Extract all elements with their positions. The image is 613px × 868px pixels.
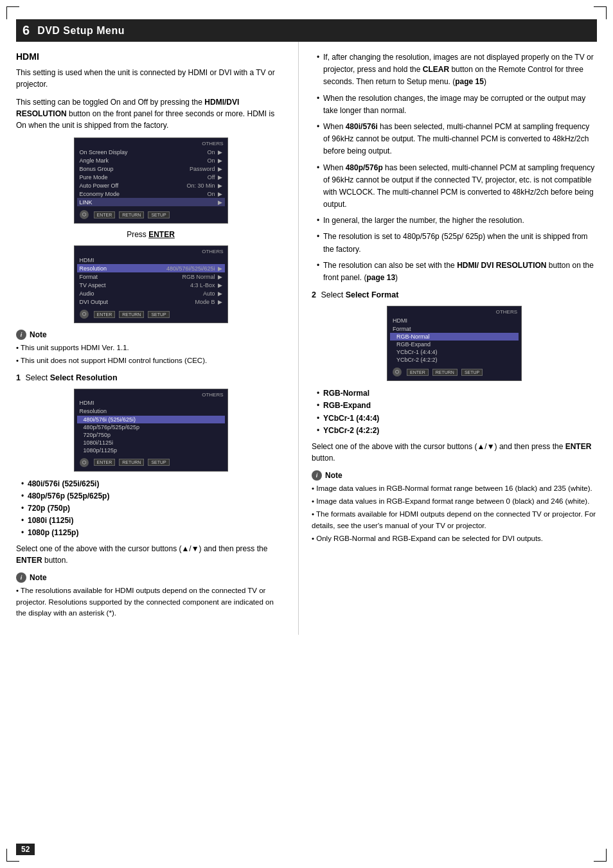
btn-setup-1: SETUP (148, 211, 169, 218)
menu-subrow-1080i: 1080i/1125i (77, 439, 225, 447)
btn-return-4: RETURN (432, 369, 458, 376)
btn-enter-4: ENTER (407, 369, 429, 376)
resolution-item-4: 1080i (1125i) (22, 515, 285, 527)
menu-subrow-ycbcr1: YCbCr-1 (4:4:4) (390, 348, 519, 356)
note-body-3: Image data values in RGB-Normal format r… (312, 483, 597, 544)
menu-row-osd: On Screen Display On ▶ (77, 148, 225, 156)
menu-bottom-1: ⬡ ENTER RETURN SETUP (77, 209, 225, 220)
menu-subrow-480i: 480i/576i (525i/625i) (77, 416, 225, 423)
menu-row-hdmi-group2: HDMI (77, 399, 225, 407)
btn-return-1: RETURN (119, 211, 144, 218)
right-item-6: The resolution is set to 480p/576p (525p… (318, 231, 597, 255)
step-1-label: 1 Select Select Resolution (16, 373, 285, 382)
menu-screenshot-4: OTHERS HDMI Format RGB-Normal RGB-Expand… (387, 306, 522, 381)
menu-row-link: LINK ▶ (77, 198, 225, 206)
menu-row-autopower: Auto Power Off On: 30 Min ▶ (77, 181, 225, 190)
nav-icon-1: ⬡ (80, 210, 89, 219)
corner-br (594, 849, 607, 862)
nav-icon-3: ⬡ (80, 458, 89, 467)
note-title-3: i Note (312, 470, 597, 481)
left-column: HDMI This setting is used when the unit … (16, 42, 299, 635)
others-label-1: OTHERS (202, 141, 223, 146)
menu-row-format: Format RGB Normal ▶ (77, 272, 225, 281)
right-item-2: When the resolution changes, the image m… (318, 93, 597, 117)
format-item-3: YCbCr-1 (4:4:4) (318, 412, 597, 425)
btn-setup-3: SETUP (148, 459, 169, 466)
resolution-item-2: 480p/576p (525p/625p) (22, 490, 285, 502)
menu-subrow-480p: 480p/576p/525p/625p (77, 423, 225, 431)
right-item-3: When 480i/576i has been selected, multi-… (318, 121, 597, 158)
section-intro1: This setting is used when the unit is co… (16, 67, 285, 90)
page-number: 52 (16, 844, 35, 855)
btn-setup-4: SETUP (461, 369, 483, 376)
menu-screenshot-1: OTHERS On Screen Display On ▶ Angle Mark… (74, 137, 228, 224)
btn-setup-2: SETUP (148, 311, 169, 318)
menu-row-resolution: Resolution 480i/576i/525i/625i ▶ (77, 264, 225, 272)
corner-tr (594, 6, 607, 19)
menu-header-4: OTHERS (390, 309, 519, 315)
menu-header-1: OTHERS (77, 141, 225, 146)
menu-subrow-rgb-expand: RGB-Expand (390, 341, 519, 348)
step-2-label: 2 Select Select Format (312, 290, 597, 299)
nav-icon-2: ⬡ (80, 310, 89, 319)
menu-bottom-2: ⬡ ENTER RETURN SETUP (77, 308, 225, 320)
note-body-1: This unit supports HDMI Ver. 1.1. This u… (16, 342, 285, 367)
resolution-item-5: 1080p (1125p) (22, 527, 285, 539)
right-bullet-list-top: If, after changing the resolution, image… (318, 51, 597, 284)
menu-header-2: OTHERS (77, 249, 225, 254)
chapter-title: DVD Setup Menu (37, 25, 125, 37)
format-item-4: YCbCr-2 (4:2:2) (318, 425, 597, 437)
press-enter-instruction: Press ENTER (16, 230, 285, 239)
menu-row-hdmi-format: HDMI (390, 316, 519, 324)
format-bullet-list: RGB-Normal RGB-Expand YCbCr-1 (4:4:4) YC… (318, 387, 597, 437)
menu-row-angle: Angle Mark On ▶ (77, 156, 225, 164)
note-icon-1: i (16, 330, 26, 340)
chapter-header: 6 DVD Setup Menu (16, 19, 597, 42)
menu-subrow-720p: 720p/750p (77, 431, 225, 439)
resolution-bullet-list: 480i/576i (525i/625i) 480p/576p (525p/62… (22, 478, 285, 540)
menu-row-format-label: Format (390, 324, 519, 333)
format-item-2: RGB-Expand (318, 400, 597, 412)
others-label-3: OTHERS (202, 392, 223, 398)
resolution-item-3: 720p (750p) (22, 502, 285, 515)
note-icon-2: i (16, 572, 26, 583)
right-item-5: In general, the larger the number, the h… (318, 215, 597, 227)
menu-row-dvioutput: DVI Output Mode B ▶ (77, 297, 225, 306)
menu-row-pure: Pure Mode Off ▶ (77, 173, 225, 181)
resolution-item-1: 480i/576i (525i/625i) (22, 478, 285, 490)
select-text-2: Select one of the above with the cursor … (312, 441, 597, 464)
menu-row-resolution-label: Resolution (77, 407, 225, 416)
content-area: HDMI This setting is used when the unit … (16, 42, 597, 635)
note-icon-3: i (312, 470, 322, 481)
btn-enter-2: ENTER (94, 311, 116, 318)
note-title-2: i Note (16, 572, 285, 583)
chapter-number: 6 (22, 23, 30, 38)
section-intro2: This setting can be toggled On and Off b… (16, 96, 285, 131)
others-label-2: OTHERS (202, 249, 223, 254)
menu-subrow-1080p: 1080p/1125p (77, 447, 225, 454)
right-item-7: The resolution can also be set with the … (318, 260, 597, 284)
others-label-4: OTHERS (496, 309, 517, 315)
menu-row-bonus: Bonus Group Password ▶ (77, 164, 225, 173)
menu-row-hdmi-group: HDMI (77, 256, 225, 264)
menu-row-tvaspect: TV Aspect 4:3 L-Box ▶ (77, 281, 225, 289)
menu-header-3: OTHERS (77, 392, 225, 398)
menu-subrow-ycbcr2: YCbCr-2 (4:2:2) (390, 356, 519, 364)
note-section-3: i Note Image data values in RGB-Normal f… (312, 470, 597, 544)
note-section-1: i Note This unit supports HDMI Ver. 1.1.… (16, 330, 285, 367)
menu-bottom-3: ⬡ ENTER RETURN SETUP (77, 457, 225, 468)
menu-row-audio: Audio Auto ▶ (77, 289, 225, 297)
corner-tl (6, 6, 19, 19)
btn-return-2: RETURN (119, 311, 144, 318)
right-column: If, after changing the resolution, image… (299, 42, 597, 635)
right-item-4: When 480p/576p has been selected, multi-… (318, 162, 597, 211)
menu-subrow-rgb-normal: RGB-Normal (390, 333, 519, 341)
note-section-2: i Note The resolutions available for HDM… (16, 572, 285, 619)
nav-icon-4: ⬡ (393, 368, 402, 376)
menu-screenshot-3: OTHERS HDMI Resolution 480i/576i (525i/6… (74, 389, 228, 472)
btn-enter-3: ENTER (94, 459, 116, 466)
right-item-1: If, after changing the resolution, image… (318, 51, 597, 89)
menu-screenshot-2: OTHERS HDMI Resolution 480i/576i/525i/62… (74, 245, 228, 323)
note-body-2: The resolutions available for HDMI outpu… (16, 585, 285, 619)
btn-return-3: RETURN (119, 459, 144, 466)
